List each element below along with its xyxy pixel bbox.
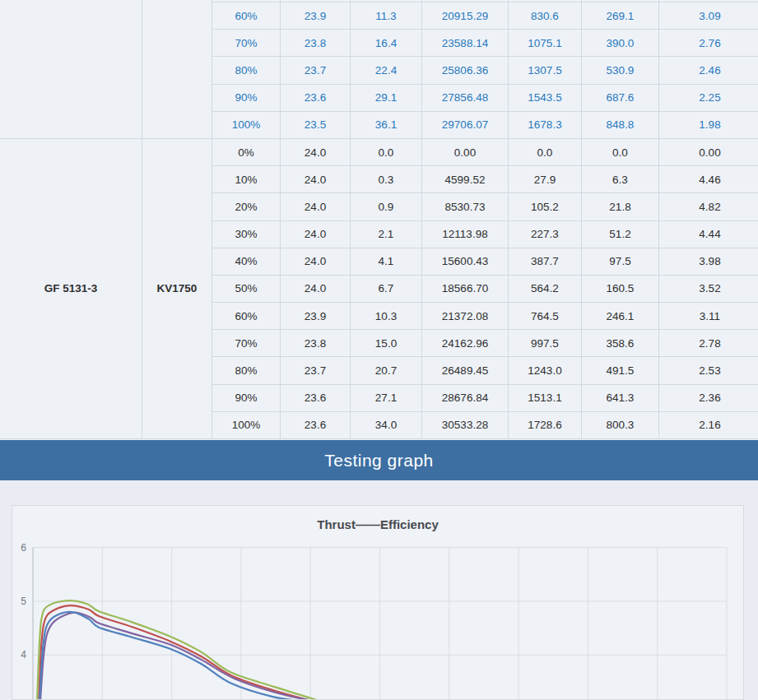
table-cell: 4.44 [659,220,758,248]
table-cell: 0.00 [659,138,758,165]
table-cell: 2.16 [659,411,758,438]
table-cell: 23.9 [281,2,351,30]
table-cell: 27.1 [351,384,422,411]
table-cell: 4.46 [659,166,758,193]
chart-title: Thrust——Efficiency [12,517,743,531]
table-cell: 23.6 [281,384,351,411]
table-cell: 22.4 [351,57,422,84]
table-cell: 997.5 [509,330,582,357]
table-cell: 0.0 [351,138,422,165]
table-cell: 0.0 [509,138,582,165]
table-row: GF 5131-3KV17500%24.00.00.000.00.00.00 [0,138,758,165]
table-cell: 2.25 [659,84,758,111]
table-cell: 23588.14 [422,30,509,57]
table-cell: 28676.84 [422,384,509,411]
table-cell: 11.3 [351,2,422,30]
table-cell: 20915.29 [422,2,509,30]
table-cell: 24.0 [281,220,351,248]
table-cell: 800.3 [582,411,659,438]
series-purple [40,613,317,699]
table-cell: 3.98 [659,248,758,275]
thrust-efficiency-chart: 654 [12,506,743,699]
chart-panel: 654 Thrust——Efficiency [12,505,744,700]
table-cell: 105.2 [509,193,582,220]
motor-label-cell: GF 5131-3 [0,138,142,438]
table-cell: 2.53 [659,357,758,384]
table-cell: 2.1 [351,220,422,248]
table-cell: 24.0 [281,248,351,275]
table-cell: 1307.5 [509,57,582,84]
test-data-table: 60%23.911.320915.29830.6269.13.0970%23.8… [0,0,758,439]
table-cell: 687.6 [582,84,659,111]
table-cell: 2.78 [659,330,758,357]
y-axis-tick-label: 6 [21,542,26,554]
table-cell: 0.3 [351,166,422,193]
table-body: 60%23.911.320915.29830.6269.13.0970%23.8… [0,0,758,439]
table-cell: 0.0 [582,138,659,165]
table-cell: 80% [212,57,281,84]
table-cell: 848.8 [582,111,659,138]
table-cell: 10% [212,166,281,193]
table-cell: 15.0 [351,330,422,357]
table-cell: 358.6 [582,330,659,357]
table-cell: 23.7 [281,57,351,84]
table-cell: 1678.3 [509,111,582,138]
table-cell: 564.2 [509,275,582,302]
motor-label-cell [0,0,142,138]
table-cell: 20.7 [351,357,422,384]
table-cell: 27.9 [509,166,582,193]
table-cell: 23.5 [281,111,351,138]
table-cell: 1075.1 [509,30,582,57]
table-cell: 23.6 [281,411,351,438]
motor-label-cell [142,0,212,138]
table-cell: 641.3 [582,384,659,411]
table-cell: 40% [212,248,281,275]
table-cell: 25806.36 [422,57,509,84]
table-cell: 269.1 [582,2,659,30]
table-cell: 60% [212,303,281,330]
table-cell: 24.0 [281,166,351,193]
table-cell: 227.3 [509,220,582,248]
table-cell: 34.0 [351,411,422,438]
motor-label-cell: KV1750 [142,138,212,438]
table-cell: 70% [212,30,281,57]
table-cell: 390.0 [582,30,659,57]
table-cell: 21372.08 [422,303,509,330]
table-cell: 830.6 [509,2,582,30]
table-cell: 20% [212,193,281,220]
table-cell: 23.8 [281,30,351,57]
table-cell: 2.46 [659,57,758,84]
table-cell: 51.2 [582,220,659,248]
table-cell: 10.3 [351,303,422,330]
page: 60%23.911.320915.29830.6269.13.0970%23.8… [0,0,758,700]
table-cell: 27856.48 [422,84,509,111]
table-cell: 100% [212,111,281,138]
banner-title: Testing graph [324,451,434,470]
table-cell: 6.3 [582,166,659,193]
table-cell: 3.09 [659,2,758,30]
table-cell: 764.5 [509,303,582,330]
y-axis-tick-label: 4 [21,649,26,661]
table-cell: 26489.45 [422,357,509,384]
table-cell: 160.5 [582,275,659,302]
table-cell: 246.1 [582,303,659,330]
table-cell: 491.5 [582,357,659,384]
table-cell: 8530.73 [422,193,509,220]
table-cell: 6.7 [351,275,422,302]
table-cell: 0% [212,138,281,165]
table-cell: 16.4 [351,30,422,57]
table-cell: 4.1 [351,248,422,275]
table-cell: 1.98 [659,111,758,138]
table-cell: 23.8 [281,330,351,357]
table-cell: 1728.6 [509,411,582,438]
table-cell: 70% [212,330,281,357]
table-cell: 3.11 [659,303,758,330]
table-cell: 2.36 [659,384,758,411]
table-cell: 24.0 [281,275,351,302]
table-cell: 23.6 [281,84,351,111]
table-cell: 100% [212,411,281,438]
table-cell: 24.0 [281,138,351,165]
table-cell: 24162.96 [422,330,509,357]
table-cell: 21.8 [582,193,659,220]
table-cell: 23.9 [281,303,351,330]
